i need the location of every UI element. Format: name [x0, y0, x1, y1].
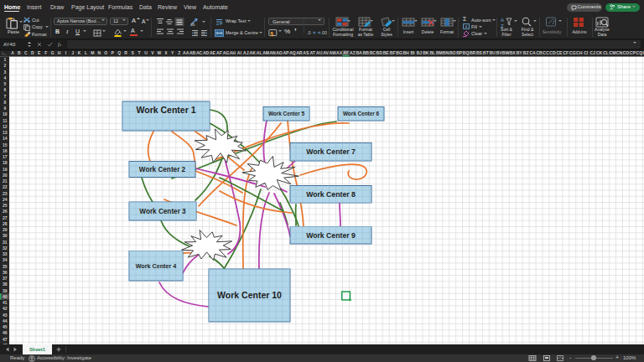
svg-text:CE: CE	[556, 50, 563, 55]
svg-text:7: 7	[3, 94, 6, 99]
svg-text:AS: AS	[303, 50, 309, 55]
svg-text:AQ: AQ	[289, 50, 296, 55]
svg-text:AO: AO	[276, 50, 283, 55]
svg-text:16: 16	[3, 148, 8, 153]
svg-text:Work Center 10: Work Center 10	[217, 290, 282, 300]
svg-text:AU: AU	[316, 50, 323, 55]
svg-text:H: H	[58, 50, 61, 55]
svg-text:AH: AH	[230, 50, 236, 55]
svg-text:33: 33	[3, 251, 8, 256]
svg-text:39: 39	[3, 288, 8, 293]
svg-text:CL: CL	[603, 50, 609, 55]
svg-text:12: 12	[3, 124, 8, 129]
svg-text:AE: AE	[210, 50, 216, 55]
svg-text:9: 9	[3, 106, 6, 111]
svg-text:$: $	[270, 31, 273, 37]
svg-text:J: J	[71, 50, 74, 55]
svg-text:M: M	[91, 50, 94, 55]
svg-text:B: B	[18, 50, 21, 55]
svg-text:CP: CP	[630, 50, 636, 55]
svg-text:AA: AA	[183, 50, 190, 55]
svg-text:BB: BB	[363, 50, 370, 55]
svg-text:Z: Z	[178, 50, 180, 55]
svg-text:AI: AI	[237, 50, 242, 55]
svg-text:CD: CD	[549, 50, 556, 55]
svg-text:U: U	[144, 50, 148, 55]
svg-text:BJ: BJ	[417, 50, 423, 55]
svg-text:35: 35	[3, 264, 8, 269]
svg-text:17: 17	[3, 154, 8, 159]
svg-text:BR: BR	[470, 50, 476, 55]
svg-text:AB: AB	[190, 50, 196, 55]
svg-text:Work Center 5: Work Center 5	[268, 111, 305, 116]
svg-text:24: 24	[3, 197, 8, 202]
svg-text:14: 14	[3, 136, 8, 141]
svg-text:Q: Q	[117, 50, 121, 55]
svg-text:BE: BE	[383, 50, 390, 55]
svg-text:45: 45	[3, 324, 8, 329]
svg-text:Work Center 3: Work Center 3	[139, 208, 186, 215]
svg-text:N: N	[98, 50, 101, 55]
svg-text:40: 40	[3, 294, 8, 299]
svg-text:BP: BP	[456, 50, 463, 55]
svg-text:BU: BU	[490, 50, 496, 55]
svg-text:W: W	[158, 50, 162, 55]
svg-text:BA: BA	[356, 50, 363, 55]
svg-text:BF: BF	[390, 50, 396, 55]
svg-text:AK: AK	[250, 50, 257, 55]
svg-text:CN: CN	[616, 50, 623, 55]
svg-text:13: 13	[3, 130, 8, 135]
svg-text:AY: AY	[343, 50, 349, 55]
svg-text:A: A	[11, 50, 14, 55]
svg-text:BD: BD	[377, 50, 383, 55]
svg-text:42: 42	[3, 306, 8, 311]
svg-text:BW: BW	[502, 50, 510, 55]
svg-text:15: 15	[3, 142, 8, 147]
svg-text:BY: BY	[517, 50, 523, 55]
svg-text:AL: AL	[257, 50, 262, 55]
svg-text:BC: BC	[370, 50, 377, 55]
svg-text:10: 10	[3, 111, 8, 116]
svg-text:CQ: CQ	[636, 50, 643, 55]
svg-text:Work Center 7: Work Center 7	[306, 147, 356, 156]
svg-text:2: 2	[3, 63, 6, 68]
svg-text:Work Center 1: Work Center 1	[137, 105, 196, 115]
svg-text:CH: CH	[576, 50, 583, 55]
svg-text:28: 28	[3, 221, 8, 226]
svg-text:6: 6	[3, 87, 6, 92]
svg-text:AM: AM	[262, 50, 269, 55]
svg-text:AP: AP	[283, 50, 289, 55]
svg-text:34: 34	[3, 257, 8, 262]
svg-text:CF: CF	[563, 50, 569, 55]
svg-text:BO: BO	[449, 50, 456, 55]
svg-text:26: 26	[3, 209, 8, 214]
svg-text:ab: ab	[190, 22, 195, 27]
svg-text:CI: CI	[584, 50, 589, 55]
svg-text:AN: AN	[269, 50, 276, 55]
svg-text:18: 18	[3, 160, 8, 165]
svg-text:4: 4	[3, 75, 6, 80]
svg-text:AF: AF	[216, 50, 222, 55]
svg-text:R: R	[124, 50, 127, 55]
svg-text:BN: BN	[443, 50, 449, 55]
svg-text:AW: AW	[330, 50, 336, 55]
svg-text:T: T	[138, 50, 140, 55]
svg-text:Work Center 9: Work Center 9	[306, 231, 356, 240]
svg-text:38: 38	[3, 282, 8, 287]
svg-text:11: 11	[3, 118, 8, 123]
svg-text:31: 31	[3, 240, 8, 245]
svg-text:D: D	[31, 50, 34, 55]
svg-text:AJ: AJ	[243, 50, 249, 55]
svg-text:.00: .00	[321, 30, 328, 35]
svg-text:AZ: AZ	[350, 50, 356, 55]
svg-text:BQ: BQ	[463, 50, 470, 55]
svg-text:46: 46	[3, 330, 8, 335]
svg-text:BZ: BZ	[523, 50, 529, 55]
svg-text:AT: AT	[310, 50, 315, 55]
svg-text:K: K	[78, 50, 81, 55]
svg-text:1: 1	[3, 57, 6, 62]
svg-text:BH: BH	[402, 50, 409, 55]
svg-text:44: 44	[3, 318, 8, 323]
svg-text:47: 47	[3, 337, 8, 342]
svg-text:AR: AR	[296, 50, 303, 55]
